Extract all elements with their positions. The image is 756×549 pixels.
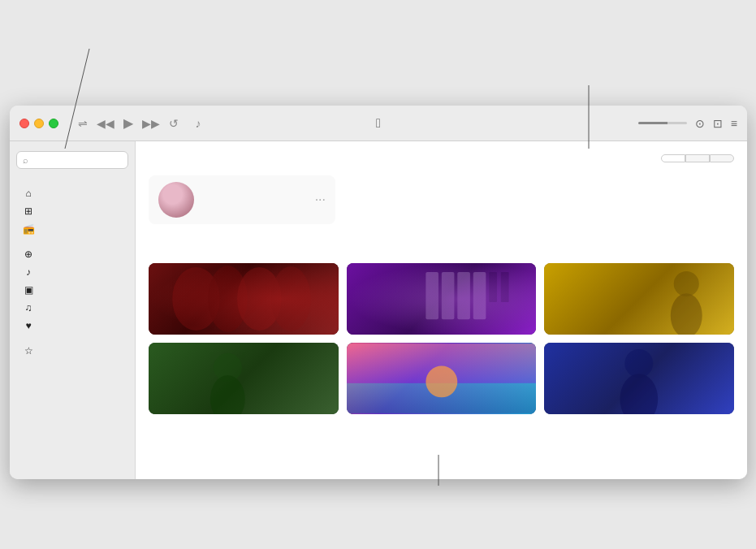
svg-point-3 [271,266,311,331]
more-options-button[interactable]: ··· [315,192,326,207]
category-summertime-sounds[interactable] [347,343,537,414]
sidebar-item-itunes-store[interactable]: ☆ [13,342,132,360]
recently-added-icon: ⊕ [23,249,34,260]
sidebar-item-radio[interactable]: 📻 [13,220,132,238]
svg-point-17 [625,349,654,378]
spatial-audio-bg [149,263,339,335]
apple-logo-area:  [376,116,381,131]
svg-rect-6 [457,272,470,319]
note-icon: ♪ [190,115,206,132]
category-alternative[interactable] [149,343,339,414]
svg-rect-8 [489,272,497,302]
play-button[interactable]: ▶ [120,115,136,132]
svg-point-13 [210,375,245,414]
svg-point-11 [671,293,702,335]
traffic-lights [19,119,58,128]
sidebar-item-made-for-you[interactable]: ♥ [13,317,132,335]
category-hip-hop[interactable] [544,343,734,414]
main-layout: ⌕ ⌂ ⊞ 📻 ⊕ ♪ [10,141,747,479]
svg-rect-7 [473,272,486,319]
category-classical[interactable] [347,263,537,335]
search-input[interactable] [32,154,122,166]
category-country[interactable] [544,263,734,335]
tab-your-library[interactable] [685,154,710,162]
minimize-button[interactable] [34,119,44,128]
callout-left [49,18,195,34]
tab-bar [149,154,734,162]
svg-point-1 [208,266,248,332]
made-for-you-icon: ♥ [23,320,34,331]
volume-slider[interactable] [638,122,687,124]
albums-icon: ▣ [23,284,34,296]
browse-categories-section [149,244,734,414]
repeat-button[interactable]: ↺ [166,115,182,132]
lyrics-icon[interactable]: ⊡ [713,117,723,130]
sidebar-item-songs[interactable]: ♫ [13,299,132,317]
titlebar: ⇌ ◀◀ ▶ ▶▶ ↺ ♪  ⊙ ⊡ ≡ [10,106,747,141]
sidebar-section-library [10,238,135,245]
search-icon: ⌕ [23,155,28,165]
callout-bottom [146,508,455,542]
category-spatial-audio[interactable] [149,263,339,335]
svg-point-2 [237,267,282,331]
sidebar-section-store [10,335,135,342]
itunes-store-icon: ☆ [23,345,34,357]
svg-point-0 [172,267,219,331]
sidebar-item-new[interactable]: ⊞ [13,202,132,220]
shuffle-button[interactable]: ⇌ [75,115,91,132]
apple-logo-icon:  [376,116,381,131]
svg-rect-5 [441,272,454,319]
airplay-icon[interactable]: ⊙ [695,117,705,130]
app-window: ⇌ ◀◀ ▶ ▶▶ ↺ ♪  ⊙ ⊡ ≡ ⌕ ⌂ [10,106,747,479]
new-icon: ⊞ [23,205,34,217]
home-icon: ⌂ [23,188,34,199]
classical-bg [347,263,537,335]
tab-apple-music[interactable] [661,154,685,162]
search-box[interactable]: ⌕ [16,151,128,169]
sidebar: ⌕ ⌂ ⊞ 📻 ⊕ ♪ [10,141,136,479]
svg-rect-9 [501,272,509,302]
avatar-image [158,182,194,218]
recently-searched-section: ··· [149,175,734,224]
sidebar-item-albums[interactable]: ▣ [13,281,132,299]
sidebar-item-home[interactable]: ⌂ [13,184,132,202]
prev-button[interactable]: ◀◀ [97,115,114,132]
sidebar-item-recently-added[interactable]: ⊕ [13,245,132,263]
svg-rect-4 [426,272,438,319]
titlebar-right-controls: ⊙ ⊡ ≡ [638,117,737,130]
queue-icon[interactable]: ≡ [731,117,737,130]
callout-right [512,8,740,41]
main-content: ··· [136,141,747,479]
svg-point-10 [674,271,699,296]
categories-header [149,244,734,253]
sidebar-section-apple-music [10,177,135,184]
playback-controls: ⇌ ◀◀ ▶ ▶▶ ↺ [75,115,182,132]
radio-icon: 📻 [23,223,34,235]
sidebar-section-playlists [10,360,135,367]
songs-icon: ♫ [23,302,34,313]
close-button[interactable] [19,119,29,128]
sidebar-item-artists[interactable]: ♪ [13,263,132,281]
artist-avatar [158,182,194,218]
maximize-button[interactable] [49,119,58,128]
recent-item-kacey[interactable]: ··· [149,175,335,224]
categories-grid [149,263,734,414]
tab-itunes-store[interactable] [710,154,734,162]
artists-icon: ♪ [23,266,34,278]
svg-point-16 [426,365,457,397]
svg-point-18 [620,374,659,414]
next-button[interactable]: ▶▶ [143,115,159,132]
